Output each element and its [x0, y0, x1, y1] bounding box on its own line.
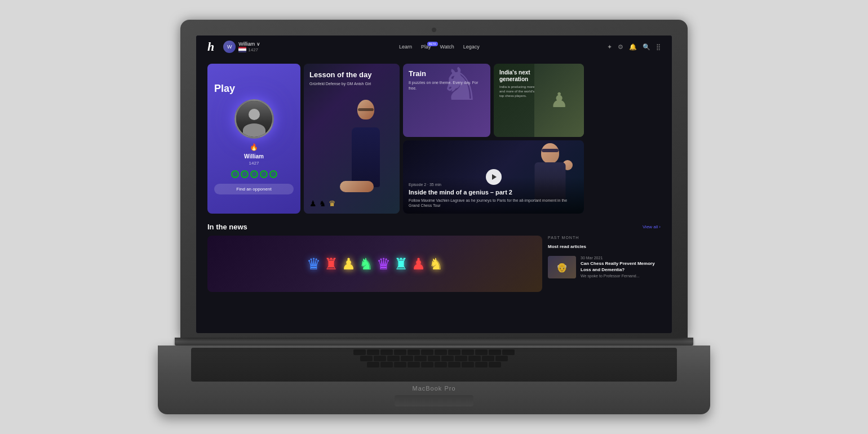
laptop-keyboard: [191, 348, 677, 382]
key: [421, 362, 433, 367]
sidebar-label: PAST MONTH: [548, 236, 661, 240]
badge-1: [231, 170, 239, 178]
laptop-screen-outer: h W William ∨ 1427 Learn: [180, 20, 688, 338]
section-title: In the news: [207, 223, 247, 231]
chess-piece-2: ♞: [319, 199, 326, 208]
keyboard-row-1: [193, 349, 675, 355]
key: [353, 349, 366, 355]
user-info[interactable]: W William ∨ 1427: [223, 41, 260, 53]
india-content: India's next generation India is produci…: [494, 64, 543, 104]
key: [380, 349, 393, 355]
episode-title: Inside the mind of a genius – part 2: [409, 189, 578, 196]
main-content: Play 🔥 William 1427: [196, 58, 672, 333]
piece-green: ♞: [359, 255, 373, 273]
india-title: India's next generation: [499, 69, 538, 83]
hero-grid: Play 🔥 William 1427: [207, 64, 661, 214]
india-desc: India is producing more and more of the …: [499, 85, 538, 98]
player-avatar: [236, 101, 272, 137]
piece-cyan: ♜: [394, 255, 408, 273]
key: [408, 362, 420, 367]
key: [468, 356, 481, 361]
player-badges: [231, 170, 277, 178]
laptop-touchpad: [395, 395, 473, 406]
key: [462, 362, 474, 367]
laptop-screen: h W William ∨ 1427 Learn: [196, 36, 672, 333]
bell-icon[interactable]: 🔔: [629, 43, 637, 51]
key: [380, 362, 393, 367]
lesson-content: Lesson of the day Grünfeld Defense by GM…: [304, 64, 400, 214]
user-details: William ∨ 1427: [238, 41, 260, 52]
search-icon[interactable]: 🔍: [643, 43, 650, 51]
sidebar-article[interactable]: 👴 30 Mar 2021 Can Chess Really Prevent M…: [548, 256, 661, 278]
key: [414, 356, 427, 361]
key: [448, 362, 460, 367]
play-badge: BETA: [427, 42, 438, 46]
lesson-card[interactable]: Lesson of the day Grünfeld Defense by GM…: [304, 64, 400, 214]
main-nav: Learn Play BETA Watch Legacy: [272, 44, 607, 50]
train-card[interactable]: ♞ Train 8 puzzles on one theme. Every da…: [403, 64, 490, 137]
badge-4: [260, 170, 268, 178]
piece-yellow: ♟: [342, 255, 356, 273]
piece-purple: ♛: [377, 255, 391, 273]
laptop-camera: [432, 28, 436, 32]
nav-play[interactable]: Play BETA: [421, 44, 431, 50]
key: [475, 349, 488, 355]
laptop-brand-label: MacBook Pro: [412, 385, 455, 392]
thinker-head: [541, 143, 559, 163]
train-content: Train 8 puzzles on one theme. Every day.…: [403, 64, 490, 137]
player-avatar-ring: [234, 99, 274, 139]
view-all-link[interactable]: View all ›: [643, 224, 661, 229]
news-grid: ♛ ♜ ♟ ♞ ♛ ♜ ♟ ♞: [207, 236, 661, 292]
header: h W William ∨ 1427 Learn: [196, 36, 672, 58]
laptop-base: MacBook Pro: [158, 346, 710, 414]
play-card[interactable]: Play 🔥 William 1427: [207, 64, 300, 214]
play-title: Play: [214, 83, 235, 95]
keyboard-row-2: [193, 356, 675, 361]
laptop-wrapper: h W William ∨ 1427 Learn: [180, 20, 688, 414]
india-card[interactable]: ♟ India's next generation India is produ…: [494, 64, 584, 137]
badge-3: [250, 170, 258, 178]
key: [435, 349, 447, 355]
user-rating: 1427: [248, 47, 258, 52]
news-main-image[interactable]: ♛ ♜ ♟ ♞ ♛ ♜ ♟ ♞: [207, 236, 542, 292]
episode-card[interactable]: Episode 2 · 35 min Inside the mind of a …: [403, 140, 584, 214]
episode-desc: Follow Maxime Vachier-Lagrave as he jour…: [409, 198, 578, 208]
settings-icon[interactable]: ✦: [607, 43, 612, 51]
avatar: W: [223, 41, 236, 53]
player-name: William: [244, 153, 264, 160]
thinker-glasses: [542, 149, 559, 152]
india-chess-icon: ♟: [550, 88, 568, 112]
key: [408, 349, 420, 355]
news-chess-pieces: ♛ ♜ ♟ ♞ ♛ ♜ ♟ ♞: [207, 236, 542, 292]
grid-icon[interactable]: ⣿: [656, 43, 661, 51]
app-logo: h: [207, 39, 214, 54]
play-button[interactable]: [486, 169, 502, 185]
nav-learn[interactable]: Learn: [399, 44, 412, 50]
laptop-hinge: [175, 338, 693, 346]
key: [394, 349, 406, 355]
keyboard-row-3: [193, 362, 675, 367]
article-subtitle: We spoke to Professor Fernand...: [581, 274, 661, 278]
key: [387, 356, 400, 361]
nav-legacy[interactable]: Legacy: [463, 44, 480, 50]
find-opponent-button[interactable]: Find an opponent: [214, 184, 294, 194]
key: [482, 356, 494, 361]
news-sidebar: PAST MONTH Most read articles 👴: [548, 236, 661, 292]
user-name: William ∨: [238, 41, 260, 47]
key: [428, 356, 440, 361]
player-card-rating: 1427: [249, 161, 259, 166]
train-desc: 8 puzzles on one theme. Every day. For f…: [409, 80, 485, 91]
gear-icon[interactable]: ⚙: [618, 43, 623, 51]
chevron-right-icon: ›: [659, 224, 661, 229]
lesson-title: Lesson of the day: [309, 70, 394, 79]
key: [360, 356, 373, 361]
nav-watch[interactable]: Watch: [440, 44, 454, 50]
lesson-subtitle: Grünfeld Defense by GM Anish Giri: [309, 82, 394, 86]
article-thumbnail: 👴: [548, 256, 576, 278]
thumb-icon: 👴: [548, 256, 576, 278]
piece-red-2: ♟: [411, 255, 426, 273]
piece-blue: ♛: [307, 255, 321, 273]
thumb-inner: 👴: [548, 256, 576, 278]
article-text: 30 Mar 2021 Can Chess Really Prevent Mem…: [581, 256, 661, 278]
most-read-label: Most read articles: [548, 244, 661, 249]
